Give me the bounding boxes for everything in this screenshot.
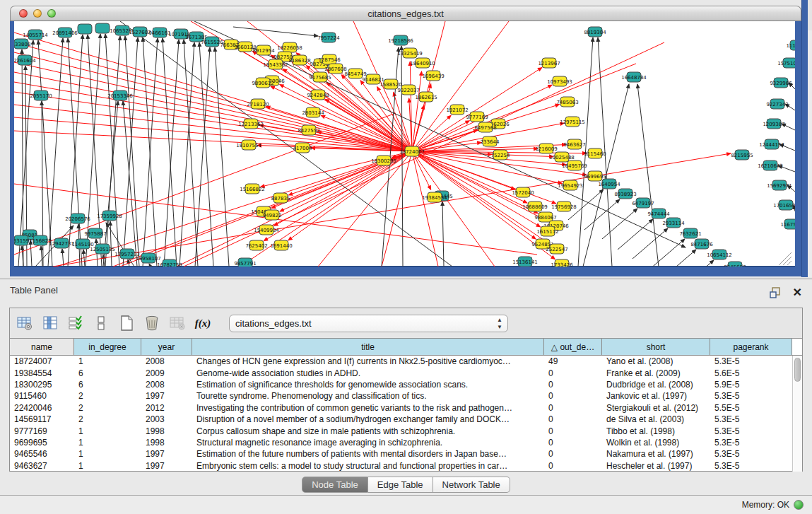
table-row[interactable]: 1456911722003Disruption of a novel membe…: [10, 414, 802, 425]
table-row[interactable]: 969969511998Structural magnetic resonanc…: [10, 437, 802, 448]
tab-edge-table[interactable]: Edge Table: [368, 477, 433, 493]
table-cell: 1: [74, 356, 141, 366]
graph-node-label: 1640954: [598, 182, 620, 187]
graph-node-label: 10025488: [549, 155, 575, 160]
delete-icon[interactable]: [143, 314, 161, 332]
graph-edge: [110, 221, 112, 267]
graph-node[interactable]: [78, 24, 92, 34]
graph-node-label: 10973493: [547, 79, 572, 85]
graph-node-label: 12975115: [560, 119, 585, 125]
select-all-icon[interactable]: [66, 314, 85, 332]
graph-node-label: 233644: [481, 139, 500, 145]
graph-node-label: 13325419: [397, 51, 423, 57]
graph-node-label: 9242848: [307, 93, 329, 98]
table-cell: 1: [74, 449, 141, 459]
table-cell: Yano et al. (2008): [602, 356, 710, 366]
graph-edge: [632, 228, 668, 259]
table-toolbar: f(x) citations_edges.txt ▲▼: [10, 308, 802, 338]
select-columns-icon[interactable]: [41, 314, 59, 332]
graph-node-label: 16543362: [263, 62, 288, 68]
table-cell: 6: [74, 380, 141, 390]
delete-table-icon[interactable]: [168, 314, 187, 332]
graph-node-label: 1112954: [786, 43, 795, 49]
graph-node-label: 8186328: [288, 58, 310, 64]
column-header-0[interactable]: name: [10, 339, 74, 355]
memory-status-icon[interactable]: [794, 500, 804, 510]
network-view-frame: 1405571420891406106532871527602946616110…: [10, 21, 801, 276]
table-cell: 5.5E-5: [710, 403, 792, 413]
graph-node-label: 18640910: [410, 61, 435, 66]
table-row[interactable]: 946362711997Embryonic stem cells: a mode…: [10, 460, 802, 472]
network-window-titlebar[interactable]: citations_edges.txt: [10, 6, 801, 21]
graph-node-label: 16495769: [562, 163, 587, 169]
network-window-title: citations_edges.txt: [11, 8, 801, 19]
graph-node-label: 9463627: [563, 142, 585, 148]
graph-node-label: 9466161: [148, 30, 170, 36]
graph-edge: [442, 201, 444, 267]
graph-node-label: 7632621: [679, 231, 701, 237]
table-body[interactable]: 1872400712008Changes of HCN gene express…: [10, 356, 802, 472]
graph-node-label: 1696439: [422, 74, 444, 79]
table-row[interactable]: 1830029562008Estimation of significance …: [10, 379, 802, 390]
column-header-1[interactable]: in_degree: [74, 339, 141, 355]
graph-node-label: 9245652: [724, 264, 746, 267]
table-cell: 2: [74, 414, 141, 424]
table-cell: 2003: [141, 414, 192, 424]
network-canvas[interactable]: 1405571420891406106532871527602946616110…: [14, 21, 795, 267]
graph-node[interactable]: [95, 23, 110, 33]
graph-node-label: 19218586: [388, 38, 413, 44]
graph-edge: [649, 239, 685, 267]
close-panel-icon[interactable]: ✕: [793, 287, 802, 298]
graph-node-label: 8215955: [731, 153, 753, 158]
tab-network-table[interactable]: Network Table: [433, 477, 510, 493]
table-cell: 0: [544, 403, 602, 413]
table-type-tabs: Node TableEdge TableNetwork Table: [0, 477, 812, 493]
table-row[interactable]: 977716911998Corpus callosum shape and si…: [10, 425, 802, 436]
graph-node-label: 9777169: [466, 115, 488, 120]
table-cell: 2008: [141, 356, 192, 366]
table-selector-dropdown[interactable]: citations_edges.txt ▲▼: [229, 315, 508, 332]
new-table-icon[interactable]: [117, 314, 136, 332]
graph-edge: [412, 71, 422, 151]
column-header-4[interactable]: △ out_de…: [544, 339, 602, 355]
graph-node-label: 15692971: [767, 183, 792, 189]
table-row[interactable]: 1938455462009Genome-wide association stu…: [10, 367, 802, 378]
function-builder-icon[interactable]: f(x): [194, 314, 212, 332]
tab-node-table[interactable]: Node Table: [302, 477, 368, 493]
graph-node-label: 1216009: [535, 146, 557, 152]
graph-edge: [195, 47, 210, 267]
table-panel: Table Panel ✕: [0, 279, 812, 514]
graph-node-label: 16782759: [157, 262, 182, 267]
table-cell: 2012: [141, 403, 192, 413]
resize-grip-icon[interactable]: [787, 261, 792, 265]
column-header-2[interactable]: year: [141, 339, 192, 355]
graph-node-label: 2867608: [324, 66, 346, 72]
graph-node-label: 9329966: [770, 81, 792, 86]
table-cell: 18300295: [10, 380, 74, 390]
graph-edge: [41, 246, 42, 267]
column-header-5[interactable]: short: [602, 339, 710, 355]
graph-node-label: 9227343: [766, 102, 788, 107]
table-scrollbar[interactable]: [792, 356, 802, 472]
column-header-6[interactable]: pagerank: [710, 339, 792, 355]
graph-edge: [412, 151, 438, 267]
table-cell: 1: [74, 461, 141, 471]
resize-grip-icon[interactable]: [783, 257, 792, 265]
table-cell: 9465546: [10, 449, 74, 459]
table-cell: 1997: [141, 391, 192, 401]
graph-node-label: 8819304: [584, 30, 606, 35]
clear-selection-icon[interactable]: [92, 314, 110, 332]
table-row[interactable]: 911546021997Tourette syndrome. Phenomeno…: [10, 390, 802, 402]
table-scrollbar-thumb[interactable]: [794, 358, 801, 382]
table-settings-icon[interactable]: [16, 314, 34, 332]
graph-edge: [602, 209, 637, 239]
table-row[interactable]: 946554611997Estimation of the future num…: [10, 448, 802, 460]
float-panel-icon[interactable]: [766, 284, 784, 302]
graph-node-label: 887835: [271, 196, 290, 201]
graph-node-label: 1156829: [29, 238, 51, 244]
column-header-3[interactable]: title: [192, 339, 544, 355]
table-header-row[interactable]: namein_degreeyeartitle△ out_de…shortpage…: [10, 339, 802, 356]
table-row[interactable]: 2242004622012Investigating the contribut…: [10, 402, 802, 414]
table-row[interactable]: 1872400712008Changes of HCN gene express…: [10, 356, 802, 367]
table-cell: 9699695: [10, 438, 74, 448]
